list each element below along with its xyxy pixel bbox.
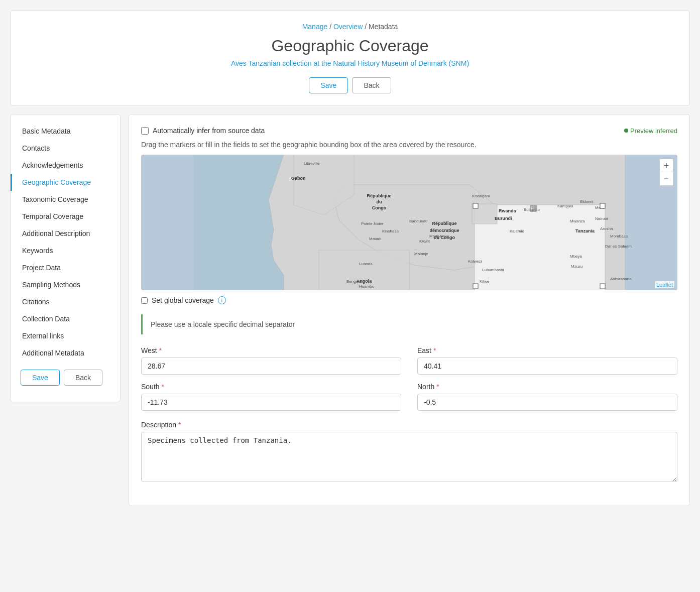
svg-text:Kampala: Kampala <box>557 204 573 208</box>
global-coverage-row: Set global coverage i <box>141 296 677 304</box>
top-save-button[interactable]: Save <box>309 77 348 93</box>
svg-text:Eldoret: Eldoret <box>580 199 593 204</box>
svg-text:Mzuzu: Mzuzu <box>571 264 583 269</box>
coords-grid: West * East * South * <box>141 346 677 411</box>
svg-text:du: du <box>377 199 382 204</box>
svg-rect-44 <box>473 284 478 289</box>
description-textarea[interactable]: Specimens collected from Tanzania. <box>141 432 677 482</box>
svg-text:Dar es Salaam: Dar es Salaam <box>605 244 632 249</box>
east-label: East * <box>417 346 677 354</box>
svg-rect-45 <box>600 284 605 289</box>
description-group: Description * Specimens collected from T… <box>141 421 677 484</box>
south-field-group: South * <box>141 383 401 411</box>
drag-hint: Drag the markers or fill in the fields t… <box>141 141 677 149</box>
infer-row: Automatically infer from source data Pre… <box>141 127 677 135</box>
dataset-link[interactable]: Aves Tanzanian collection at the Natural… <box>23 59 677 67</box>
svg-text:Kikwit: Kikwit <box>419 239 430 244</box>
global-coverage-label: Set global coverage <box>152 296 214 304</box>
breadcrumb-overview[interactable]: Overview <box>333 23 363 31</box>
svg-text:Bandundu: Bandundu <box>409 219 427 223</box>
sidebar-item-temporal-coverage[interactable]: Temporal Coverage <box>11 208 120 225</box>
sidebar-item-project-data[interactable]: Project Data <box>11 259 120 276</box>
svg-text:Arusha: Arusha <box>600 226 613 231</box>
breadcrumb-manage[interactable]: Manage <box>302 23 328 31</box>
svg-text:Antsiranana: Antsiranana <box>610 277 632 281</box>
west-field-group: West * <box>141 346 401 375</box>
svg-text:Mbuji-Mayi: Mbuji-Mayi <box>429 234 449 239</box>
content-area: Automatically infer from source data Pre… <box>129 114 690 506</box>
sidebar-item-additional-metadata[interactable]: Additional Metadata <box>11 344 120 362</box>
sidebar-item-contacts[interactable]: Contacts <box>11 140 120 157</box>
svg-text:Mwanza: Mwanza <box>570 219 585 223</box>
west-label: West * <box>141 346 401 354</box>
svg-text:Lubumbashi: Lubumbashi <box>482 268 504 272</box>
svg-text:Kitwe: Kitwe <box>480 279 490 284</box>
sidebar-save-button[interactable]: Save <box>21 370 60 386</box>
preview-inferred-button[interactable]: Preview inferred <box>624 127 677 135</box>
svg-text:Kisangani: Kisangani <box>472 194 490 198</box>
sidebar-item-basic-metadata[interactable]: Basic Metadata <box>11 123 120 140</box>
north-label: North * <box>417 383 677 391</box>
sidebar-item-geographic-coverage[interactable]: Geographic Coverage <box>11 174 120 191</box>
svg-text:Rwanda: Rwanda <box>499 208 517 213</box>
sidebar-item-citations[interactable]: Citations <box>11 293 120 310</box>
description-label: Description * <box>141 421 677 429</box>
global-coverage-checkbox[interactable] <box>141 297 148 304</box>
sidebar: Basic Metadata Contacts Acknowledgements… <box>10 114 121 402</box>
sidebar-item-external-links[interactable]: External links <box>11 327 120 344</box>
svg-text:Kalemie: Kalemie <box>510 229 524 233</box>
map-zoom-in-button[interactable]: + <box>660 159 673 172</box>
east-field-group: East * <box>417 346 677 375</box>
info-icon[interactable]: i <box>218 296 226 304</box>
sidebar-item-taxonomic-coverage[interactable]: Taxonomic Coverage <box>11 191 120 208</box>
sidebar-back-button[interactable]: Back <box>64 370 102 386</box>
top-back-button[interactable]: Back <box>352 77 391 93</box>
sidebar-item-additional-description[interactable]: Additional Description <box>11 225 120 242</box>
svg-rect-43 <box>600 203 605 208</box>
svg-text:Luanda: Luanda <box>359 262 373 266</box>
svg-rect-42 <box>473 203 478 208</box>
svg-text:Matadi: Matadi <box>369 236 381 241</box>
page-title: Geographic Coverage <box>23 37 677 55</box>
svg-text:Benguela: Benguela <box>346 279 364 284</box>
svg-text:Burundi: Burundi <box>495 216 512 221</box>
svg-text:Nairobi: Nairobi <box>595 216 608 221</box>
svg-text:Tanzania: Tanzania <box>575 228 595 233</box>
south-label: South * <box>141 383 401 391</box>
svg-text:Pointe-Noire: Pointe-Noire <box>361 221 384 226</box>
svg-text:Kinshasa: Kinshasa <box>382 229 399 233</box>
sidebar-item-collection-data[interactable]: Collection Data <box>11 310 120 327</box>
breadcrumb: Manage / Overview / Metadata <box>23 23 677 31</box>
east-input[interactable] <box>417 358 677 375</box>
alert-text: Please use a locale specific decimal sep… <box>151 320 295 328</box>
leaflet-credit[interactable]: Leaflet <box>655 281 674 288</box>
infer-label: Automatically infer from source data <box>153 127 265 135</box>
svg-text:Mombasa: Mombasa <box>610 234 628 239</box>
alert-info: Please use a locale specific decimal sep… <box>141 314 677 334</box>
map-container[interactable]: Gabon République du Congo République dém… <box>141 155 677 290</box>
map-zoom-out-button[interactable]: − <box>660 172 673 185</box>
sidebar-item-keywords[interactable]: Keywords <box>11 242 120 259</box>
svg-text:Libreville: Libreville <box>304 161 320 166</box>
map-zoom-controls: + − <box>659 159 673 186</box>
sidebar-item-sampling-methods[interactable]: Sampling Methods <box>11 276 120 293</box>
north-field-group: North * <box>417 383 677 411</box>
svg-text:République: République <box>432 221 457 226</box>
west-input[interactable] <box>141 358 401 375</box>
svg-text:Congo: Congo <box>372 205 387 210</box>
main-layout: Basic Metadata Contacts Acknowledgements… <box>10 114 690 506</box>
svg-text:République: République <box>367 193 392 198</box>
sidebar-item-acknowledgements[interactable]: Acknowledgements <box>11 157 120 174</box>
svg-text:Gabon: Gabon <box>291 176 306 181</box>
svg-text:Kolwezi: Kolwezi <box>468 259 482 264</box>
preview-dot-icon <box>624 129 628 133</box>
breadcrumb-current: Metadata <box>369 23 398 31</box>
top-actions: Save Back <box>23 77 677 93</box>
svg-text:Malanje: Malanje <box>414 252 429 256</box>
svg-text:⠿: ⠿ <box>531 206 534 211</box>
infer-checkbox[interactable] <box>141 127 149 135</box>
svg-text:Mbeya: Mbeya <box>570 254 582 259</box>
north-input[interactable] <box>417 394 677 411</box>
south-input[interactable] <box>141 394 401 411</box>
top-card: Manage / Overview / Metadata Geographic … <box>10 10 690 106</box>
